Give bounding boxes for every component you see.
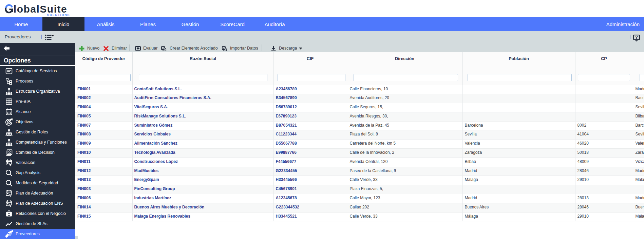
svg-text:SOLUTIONS: SOLUTIONS	[47, 13, 70, 17]
svg-text:lobalSuite: lobalSuite	[14, 3, 67, 15]
svg-text:?: ?	[635, 35, 638, 40]
